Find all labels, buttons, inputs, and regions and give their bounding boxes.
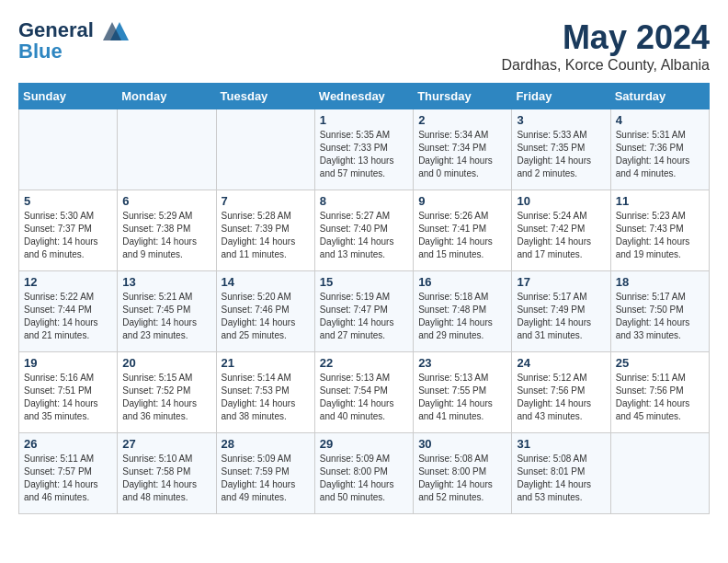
day-info: Sunrise: 5:21 AM Sunset: 7:45 PM Dayligh… [122,291,210,342]
day-info: Sunrise: 5:28 AM Sunset: 7:39 PM Dayligh… [222,210,310,261]
calendar-day-cell: 28Sunrise: 5:09 AM Sunset: 7:59 PM Dayli… [216,433,314,514]
calendar-week-row: 12Sunrise: 5:22 AM Sunset: 7:44 PM Dayli… [19,271,710,352]
calendar-week-row: 19Sunrise: 5:16 AM Sunset: 7:51 PM Dayli… [19,352,710,433]
calendar-day-cell [19,109,118,190]
day-info: Sunrise: 5:22 AM Sunset: 7:44 PM Dayligh… [24,291,112,342]
calendar-day-cell: 4Sunrise: 5:31 AM Sunset: 7:36 PM Daylig… [610,109,709,190]
day-info: Sunrise: 5:24 AM Sunset: 7:42 PM Dayligh… [517,210,605,261]
day-info: Sunrise: 5:26 AM Sunset: 7:41 PM Dayligh… [418,210,506,261]
day-info: Sunrise: 5:17 AM Sunset: 7:49 PM Dayligh… [517,291,605,342]
day-info: Sunrise: 5:15 AM Sunset: 7:52 PM Dayligh… [122,372,210,423]
day-number: 28 [222,437,310,451]
calendar-day-cell: 30Sunrise: 5:08 AM Sunset: 8:00 PM Dayli… [414,433,512,514]
day-number: 25 [616,356,704,370]
calendar-week-row: 5Sunrise: 5:30 AM Sunset: 7:37 PM Daylig… [19,190,710,271]
calendar-day-cell: 21Sunrise: 5:14 AM Sunset: 7:53 PM Dayli… [216,352,314,433]
day-number: 10 [517,194,605,208]
day-info: Sunrise: 5:20 AM Sunset: 7:46 PM Dayligh… [222,291,310,342]
calendar-day-cell: 12Sunrise: 5:22 AM Sunset: 7:44 PM Dayli… [19,271,118,352]
calendar-day-cell: 15Sunrise: 5:19 AM Sunset: 7:47 PM Dayli… [314,271,413,352]
day-info: Sunrise: 5:34 AM Sunset: 7:34 PM Dayligh… [418,129,506,180]
day-number: 4 [616,113,704,127]
calendar-day-cell: 29Sunrise: 5:09 AM Sunset: 8:00 PM Dayli… [314,433,413,514]
calendar-day-cell: 25Sunrise: 5:11 AM Sunset: 7:56 PM Dayli… [610,352,709,433]
day-number: 12 [24,275,112,289]
calendar-day-cell: 1Sunrise: 5:35 AM Sunset: 7:33 PM Daylig… [314,109,413,190]
day-info: Sunrise: 5:23 AM Sunset: 7:43 PM Dayligh… [616,210,704,261]
calendar-day-cell: 26Sunrise: 5:11 AM Sunset: 7:57 PM Dayli… [19,433,118,514]
weekday-header: Sunday [19,84,118,109]
day-number: 29 [320,437,408,451]
calendar-day-cell: 19Sunrise: 5:16 AM Sunset: 7:51 PM Dayli… [19,352,118,433]
title-block: May 2024 Dardhas, Korce County, Albania [502,18,711,74]
day-number: 23 [418,356,506,370]
day-number: 31 [517,437,605,451]
day-number: 26 [24,437,112,451]
weekday-header: Wednesday [314,84,413,109]
logo-icon [101,18,131,44]
calendar-day-cell: 6Sunrise: 5:29 AM Sunset: 7:38 PM Daylig… [118,190,216,271]
day-number: 24 [517,356,605,370]
calendar-day-cell: 5Sunrise: 5:30 AM Sunset: 7:37 PM Daylig… [19,190,118,271]
weekday-header: Saturday [610,84,709,109]
day-info: Sunrise: 5:11 AM Sunset: 7:57 PM Dayligh… [24,453,112,504]
day-number: 16 [418,275,506,289]
day-number: 2 [418,113,506,127]
day-info: Sunrise: 5:33 AM Sunset: 7:35 PM Dayligh… [517,129,605,180]
day-number: 30 [418,437,506,451]
calendar-day-cell: 16Sunrise: 5:18 AM Sunset: 7:48 PM Dayli… [414,271,512,352]
logo: General Blue [18,18,132,63]
weekday-header: Tuesday [216,84,314,109]
day-number: 20 [122,356,210,370]
day-info: Sunrise: 5:13 AM Sunset: 7:55 PM Dayligh… [418,372,506,423]
day-number: 14 [222,275,310,289]
day-number: 22 [320,356,408,370]
day-info: Sunrise: 5:09 AM Sunset: 7:59 PM Dayligh… [222,453,310,504]
calendar-day-cell: 14Sunrise: 5:20 AM Sunset: 7:46 PM Dayli… [216,271,314,352]
calendar-day-cell: 27Sunrise: 5:10 AM Sunset: 7:58 PM Dayli… [118,433,216,514]
day-number: 19 [24,356,112,370]
day-info: Sunrise: 5:08 AM Sunset: 8:00 PM Dayligh… [418,453,506,504]
calendar-week-row: 1Sunrise: 5:35 AM Sunset: 7:33 PM Daylig… [19,109,710,190]
weekday-header: Thursday [414,84,512,109]
calendar-day-cell [118,109,216,190]
calendar-header-row: SundayMondayTuesdayWednesdayThursdayFrid… [19,84,710,109]
calendar-day-cell: 17Sunrise: 5:17 AM Sunset: 7:49 PM Dayli… [512,271,610,352]
day-number: 7 [222,194,310,208]
day-number: 27 [122,437,210,451]
weekday-header: Monday [118,84,216,109]
day-info: Sunrise: 5:19 AM Sunset: 7:47 PM Dayligh… [320,291,408,342]
calendar-day-cell: 22Sunrise: 5:13 AM Sunset: 7:54 PM Dayli… [314,352,413,433]
calendar-day-cell: 20Sunrise: 5:15 AM Sunset: 7:52 PM Dayli… [118,352,216,433]
day-number: 6 [122,194,210,208]
calendar-day-cell: 23Sunrise: 5:13 AM Sunset: 7:55 PM Dayli… [414,352,512,433]
calendar-week-row: 26Sunrise: 5:11 AM Sunset: 7:57 PM Dayli… [19,433,710,514]
calendar-day-cell: 13Sunrise: 5:21 AM Sunset: 7:45 PM Dayli… [118,271,216,352]
calendar-day-cell: 18Sunrise: 5:17 AM Sunset: 7:50 PM Dayli… [610,271,709,352]
calendar-day-cell: 7Sunrise: 5:28 AM Sunset: 7:39 PM Daylig… [216,190,314,271]
day-info: Sunrise: 5:12 AM Sunset: 7:56 PM Dayligh… [517,372,605,423]
day-info: Sunrise: 5:29 AM Sunset: 7:38 PM Dayligh… [122,210,210,261]
day-info: Sunrise: 5:31 AM Sunset: 7:36 PM Dayligh… [616,129,704,180]
page-header: General Blue May 2024 Dardhas, Korce Cou… [18,18,710,74]
day-info: Sunrise: 5:27 AM Sunset: 7:40 PM Dayligh… [320,210,408,261]
calendar-day-cell: 3Sunrise: 5:33 AM Sunset: 7:35 PM Daylig… [512,109,610,190]
location: Dardhas, Korce County, Albania [502,57,711,74]
day-info: Sunrise: 5:09 AM Sunset: 8:00 PM Dayligh… [320,453,408,504]
calendar-table: SundayMondayTuesdayWednesdayThursdayFrid… [18,83,710,514]
weekday-header: Friday [512,84,610,109]
calendar-day-cell: 31Sunrise: 5:08 AM Sunset: 8:01 PM Dayli… [512,433,610,514]
day-info: Sunrise: 5:17 AM Sunset: 7:50 PM Dayligh… [616,291,704,342]
calendar-day-cell: 10Sunrise: 5:24 AM Sunset: 7:42 PM Dayli… [512,190,610,271]
day-number: 3 [517,113,605,127]
day-info: Sunrise: 5:08 AM Sunset: 8:01 PM Dayligh… [517,453,605,504]
day-info: Sunrise: 5:10 AM Sunset: 7:58 PM Dayligh… [122,453,210,504]
day-info: Sunrise: 5:30 AM Sunset: 7:37 PM Dayligh… [24,210,112,261]
calendar-day-cell: 8Sunrise: 5:27 AM Sunset: 7:40 PM Daylig… [314,190,413,271]
calendar-day-cell [216,109,314,190]
day-number: 1 [320,113,408,127]
day-number: 5 [24,194,112,208]
day-number: 17 [517,275,605,289]
day-info: Sunrise: 5:14 AM Sunset: 7:53 PM Dayligh… [222,372,310,423]
calendar-day-cell [610,433,709,514]
